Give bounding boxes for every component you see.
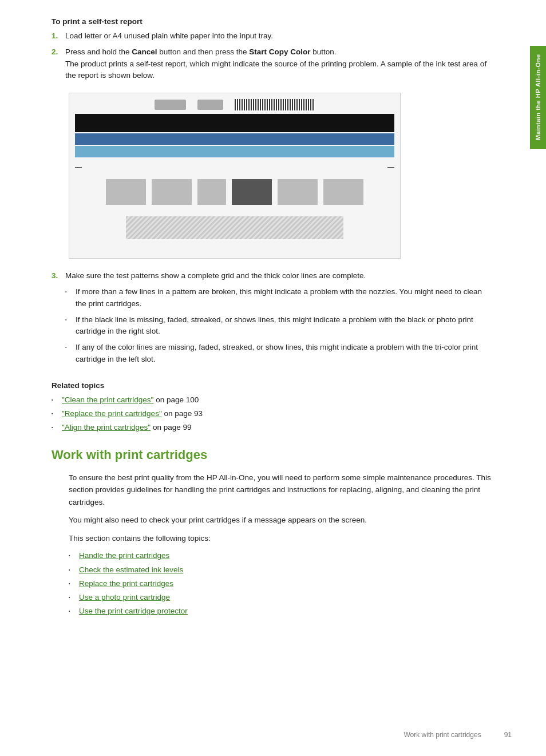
test-top-row xyxy=(155,99,315,110)
bullet-content-1: If more than a few lines in a pattern ar… xyxy=(76,286,492,310)
bullet-content-3: If any of the color lines are missing, f… xyxy=(76,342,492,365)
topic-link-4[interactable]: Use a photo print cartridge xyxy=(79,592,170,603)
related-dot-1: • xyxy=(52,394,62,406)
topic-dot-2: • xyxy=(69,564,79,576)
topics-list: • Handle the print cartridges • Check th… xyxy=(69,550,492,617)
bullet-item-1: • If more than a few lines in a pattern … xyxy=(65,286,492,310)
bold-start-copy: Start Copy Color xyxy=(249,48,310,56)
list-number-2: 2. xyxy=(52,46,65,81)
color-block-6 xyxy=(323,179,363,205)
step3-bullets: • If more than a few lines in a pattern … xyxy=(65,286,492,365)
related-dot-3: • xyxy=(52,422,62,433)
related-topics-heading: Related topics xyxy=(52,381,492,390)
bullet-content-2: If the black line is missing, faded, str… xyxy=(76,314,492,338)
step3-text: Make sure the test patterns show a compl… xyxy=(65,271,366,280)
related-content-1: "Clean the print cartridges" on page 100 xyxy=(62,394,199,406)
step2-subtext: The product prints a self-test report, w… xyxy=(65,60,486,80)
bullet-item-2: • If the black line is missing, faded, s… xyxy=(65,314,492,338)
related-item-1: • "Clean the print cartridges" on page 1… xyxy=(52,394,492,406)
topic-link-3[interactable]: Replace the print cartridges xyxy=(79,578,173,589)
page-footer: Work with print cartridges 91 xyxy=(403,731,512,739)
related-dot-2: • xyxy=(52,408,62,419)
sidebar-label: Maintain the HP All-in-One xyxy=(535,54,541,141)
topic-dot-5: • xyxy=(69,605,79,617)
footer-section-text: Work with print cartridges xyxy=(403,731,481,739)
bullet-dot-1: • xyxy=(65,286,76,310)
intro-text-3: This section contains the following topi… xyxy=(69,532,492,545)
topic-item-5: • Use the print cartridge protector xyxy=(69,605,492,617)
test-color-blocks xyxy=(106,179,363,205)
related-content-3: "Align the print cartridges" on page 99 xyxy=(62,422,192,433)
topic-link-5[interactable]: Use the print cartridge protector xyxy=(79,605,188,617)
list-item-2: 2. Press and hold the Cancel button and … xyxy=(52,46,492,81)
topic-dot-1: • xyxy=(69,550,79,561)
test-gray-block-2 xyxy=(197,100,223,110)
test-barcode xyxy=(235,99,315,110)
bullet-item-3: • If any of the color lines are missing,… xyxy=(65,342,492,365)
related-content-2: "Replace the print cartridges" on page 9… xyxy=(62,408,203,419)
list-content-3: Make sure the test patterns show a compl… xyxy=(65,270,492,370)
numbered-list: 1. Load letter or A4 unused plain white … xyxy=(52,30,492,81)
related-item-3: • "Align the print cartridges" on page 9… xyxy=(52,422,492,433)
test-bottom-texture xyxy=(126,216,343,239)
topic-link-1[interactable]: Handle the print cartridges xyxy=(79,550,169,561)
topic-item-4: • Use a photo print cartridge xyxy=(69,592,492,603)
bold-cancel: Cancel xyxy=(132,48,157,56)
topic-link-2[interactable]: Check the estimated ink levels xyxy=(79,564,183,576)
color-block-5 xyxy=(278,179,318,205)
intro-text-1: To ensure the best print quality from th… xyxy=(69,472,492,509)
topic-dot-3: • xyxy=(69,578,79,589)
list-number-3: 3. xyxy=(52,270,65,370)
color-block-1 xyxy=(106,179,146,205)
footer-page-number: 91 xyxy=(504,731,512,739)
related-item-2: • "Replace the print cartridges" on page… xyxy=(52,408,492,419)
topic-item-3: • Replace the print cartridges xyxy=(69,578,492,589)
bullet-dot-3: • xyxy=(65,342,76,365)
sidebar-tab: Maintain the HP All-in-One xyxy=(530,46,546,149)
list-content-1: Load letter or A4 unused plain white pap… xyxy=(65,30,492,42)
work-section-body: To ensure the best print quality from th… xyxy=(69,472,492,618)
list-number-1: 1. xyxy=(52,30,65,42)
topic-item-1: • Handle the print cartridges xyxy=(69,550,492,561)
related-link-3[interactable]: "Align the print cartridges" xyxy=(62,423,151,432)
test-black-bar xyxy=(75,114,394,132)
list-item-3: 3. Make sure the test patterns show a co… xyxy=(52,270,492,370)
test-cyan-bar xyxy=(75,146,394,157)
topic-item-2: • Check the estimated ink levels xyxy=(69,564,492,576)
topic-dot-4: • xyxy=(69,592,79,603)
related-suffix-1: on page 100 xyxy=(153,395,199,404)
color-block-2 xyxy=(152,179,192,205)
numbered-list-2: 3. Make sure the test patterns show a co… xyxy=(52,270,492,370)
bullet-dot-2: • xyxy=(65,314,76,338)
color-block-3 xyxy=(197,179,226,205)
list-content-2: Press and hold the Cancel button and the… xyxy=(65,46,492,81)
related-topics-list: • "Clean the print cartridges" on page 1… xyxy=(52,394,492,434)
related-suffix-3: on page 99 xyxy=(151,423,191,432)
main-content: To print a self-test report 1. Load lett… xyxy=(0,0,527,756)
test-gray-block-1 xyxy=(155,100,186,110)
page-container: Maintain the HP All-in-One To print a se… xyxy=(0,0,546,756)
related-link-1[interactable]: "Clean the print cartridges" xyxy=(62,395,153,404)
color-block-4 xyxy=(232,179,272,205)
test-image-area xyxy=(69,93,401,259)
section-heading: To print a self-test report xyxy=(52,17,492,26)
related-link-2[interactable]: "Replace the print cartridges" xyxy=(62,409,162,418)
test-separator xyxy=(75,159,394,176)
work-section-title: Work with print cartridges xyxy=(52,448,492,462)
related-suffix-2: on page 93 xyxy=(162,409,203,418)
test-blue-bar xyxy=(75,133,394,145)
intro-text-2: You might also need to check your print … xyxy=(69,514,492,527)
list-item-1: 1. Load letter or A4 unused plain white … xyxy=(52,30,492,42)
